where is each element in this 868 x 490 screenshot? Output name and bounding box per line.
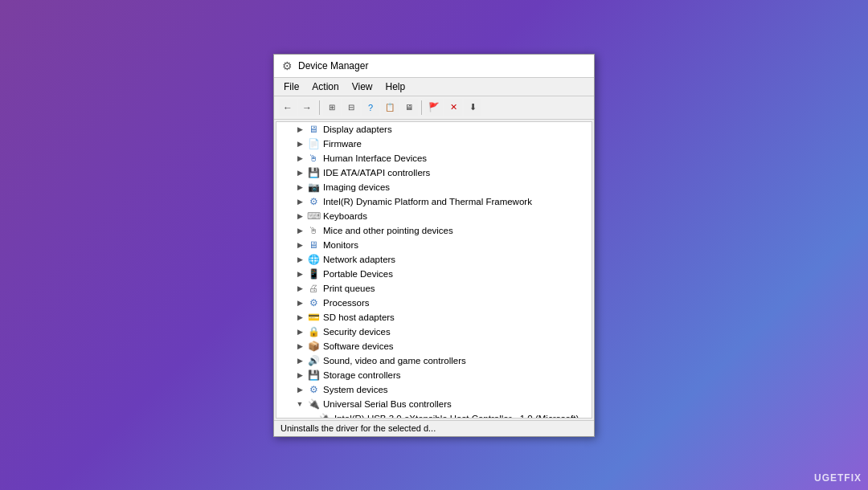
- folder-icon: 🔒: [307, 325, 320, 338]
- folder-icon: 💾: [307, 166, 320, 179]
- tree-item-storage[interactable]: ▶ 💾 Storage controllers: [276, 368, 592, 382]
- expand-icon: ▶: [294, 384, 305, 395]
- folder-icon: 📄: [307, 137, 320, 150]
- tree-item-hid[interactable]: ▶ 🖱 Human Interface Devices: [276, 151, 592, 165]
- expand-icon: ▶: [294, 210, 305, 222]
- menu-help[interactable]: Help: [379, 80, 412, 94]
- tree-item-sd-host[interactable]: ▶ 💳 SD host adapters: [276, 310, 592, 325]
- tree-item-network[interactable]: ▶ 🌐 Network adapters: [276, 252, 592, 267]
- tree-item-intel-thermal[interactable]: ▶ ⚙ Intel(R) Dynamic Platform and Therma…: [276, 194, 592, 209]
- back-button[interactable]: ←: [279, 99, 297, 116]
- folder-icon: 📷: [307, 181, 320, 194]
- expand-icon: ▶: [294, 283, 305, 294]
- expand-icon: [305, 413, 317, 419]
- tree-item-security[interactable]: ▶ 🔒 Security devices: [276, 325, 592, 339]
- menu-action[interactable]: Action: [305, 80, 345, 94]
- forward-button[interactable]: →: [298, 99, 316, 116]
- expand-icon: ▶: [294, 225, 305, 236]
- collapse-button[interactable]: ⊟: [342, 99, 360, 116]
- menu-view[interactable]: View: [346, 80, 379, 94]
- folder-icon: ⚙: [307, 383, 320, 396]
- item-label: Security devices: [323, 327, 391, 337]
- item-label: Universal Serial Bus controllers: [323, 399, 452, 409]
- screen-button[interactable]: 🖥: [400, 99, 418, 116]
- usb-device-icon: 🔌: [318, 412, 331, 419]
- tree-item-system[interactable]: ▶ ⚙ System devices: [276, 382, 592, 397]
- window-icon: ⚙: [280, 59, 293, 72]
- item-label: Mice and other pointing devices: [323, 226, 453, 235]
- folder-icon: 🖥: [307, 239, 320, 251]
- folder-icon: 💳: [307, 311, 320, 324]
- flag-button[interactable]: 🚩: [425, 99, 443, 116]
- remove-button[interactable]: ✕: [444, 99, 462, 116]
- folder-icon: ⌨: [307, 210, 320, 223]
- item-label: System devices: [323, 385, 388, 394]
- item-label: Imaging devices: [323, 182, 390, 192]
- device-manager-window: ⚙ Device Manager File Action View Help ←…: [273, 54, 595, 437]
- item-label: Keyboards: [323, 211, 367, 221]
- item-label: Human Interface Devices: [323, 153, 427, 163]
- menu-bar: File Action View Help: [274, 78, 594, 96]
- tree-item-imaging[interactable]: ▶ 📷 Imaging devices: [276, 180, 592, 194]
- expand-icon: ▶: [294, 239, 305, 251]
- help-button[interactable]: ?: [362, 99, 379, 116]
- folder-icon: 🖱: [307, 224, 320, 237]
- tree-item-keyboards[interactable]: ▶ ⌨ Keyboards: [276, 209, 592, 223]
- folder-icon: 🌐: [307, 253, 320, 266]
- tree-item-ide[interactable]: ▶ 💾 IDE ATA/ATAPI controllers: [276, 165, 592, 180]
- title-bar: ⚙ Device Manager: [274, 55, 594, 78]
- tree-item-intel-usb30[interactable]: 🔌 Intel(R) USB 3.0 eXtensible Host Contr…: [276, 411, 592, 419]
- toolbar-separator-1: [319, 100, 320, 115]
- usb-icon: 🔌: [307, 398, 320, 410]
- expand-icon: ▼: [294, 398, 305, 410]
- item-label: Storage controllers: [323, 370, 401, 380]
- item-label: Sound, video and game controllers: [323, 356, 466, 365]
- tree-item-firmware[interactable]: ▶ 📄 Firmware: [276, 137, 592, 151]
- expand-button[interactable]: ⊞: [323, 99, 341, 116]
- expand-icon: ▶: [294, 341, 305, 352]
- properties-button[interactable]: 📋: [381, 99, 399, 116]
- item-label: Intel(R) USB 3.0 eXtensible Host Control…: [334, 414, 579, 419]
- tree-item-portable[interactable]: ▶ 📱 Portable Devices: [276, 267, 592, 281]
- tree-item-print-queues[interactable]: ▶ 🖨 Print queues: [276, 281, 592, 296]
- tree-item-software[interactable]: ▶ 📦 Software devices: [276, 339, 592, 353]
- tree-item-mice[interactable]: ▶ 🖱 Mice and other pointing devices: [276, 223, 592, 238]
- item-label: SD host adapters: [323, 312, 395, 322]
- expand-icon: ▶: [294, 297, 305, 308]
- folder-icon: 🖥: [307, 123, 320, 136]
- menu-file[interactable]: File: [277, 80, 305, 94]
- device-tree[interactable]: ▶ 🖥 Display adapters ▶ 📄 Firmware ▶ 🖱 Hu…: [276, 121, 592, 419]
- tree-item-display-adapters[interactable]: ▶ 🖥 Display adapters: [276, 122, 592, 137]
- tree-item-processors[interactable]: ▶ ⚙ Processors: [276, 296, 592, 310]
- item-label: Processors: [323, 298, 370, 308]
- expand-icon: ▶: [294, 268, 305, 280]
- folder-icon: ⚙: [307, 195, 320, 208]
- status-text: Uninstalls the driver for the selected d…: [280, 423, 436, 433]
- folder-icon: 🔊: [307, 354, 320, 367]
- window-title: Device Manager: [298, 60, 368, 71]
- folder-icon: ⚙: [307, 296, 320, 309]
- expand-icon: ▶: [294, 196, 305, 207]
- item-label: IDE ATA/ATAPI controllers: [323, 168, 430, 178]
- item-label: Intel(R) Dynamic Platform and Thermal Fr…: [323, 197, 532, 206]
- folder-icon: 💾: [307, 369, 320, 382]
- toolbar-separator-2: [421, 100, 422, 115]
- tree-item-monitors[interactable]: ▶ 🖥 Monitors: [276, 238, 592, 252]
- tree-item-usb-controllers[interactable]: ▼ 🔌 Universal Serial Bus controllers: [276, 397, 592, 411]
- item-label: Display adapters: [323, 125, 392, 134]
- folder-icon: 📦: [307, 340, 320, 353]
- item-label: Monitors: [323, 240, 358, 250]
- expand-icon: ▶: [294, 370, 305, 381]
- expand-icon: ▶: [294, 138, 305, 149]
- scan-button[interactable]: ⬇: [464, 99, 481, 116]
- expand-icon: ▶: [294, 182, 305, 193]
- item-label: Network adapters: [323, 255, 395, 264]
- item-label: Portable Devices: [323, 269, 393, 279]
- folder-icon: 📱: [307, 267, 320, 280]
- folder-icon: 🖨: [307, 282, 320, 295]
- item-label: Print queues: [323, 284, 375, 293]
- expand-icon: ▶: [294, 312, 305, 323]
- tree-item-sound[interactable]: ▶ 🔊 Sound, video and game controllers: [276, 353, 592, 368]
- status-bar: Uninstalls the driver for the selected d…: [274, 420, 594, 436]
- item-label: Firmware: [323, 139, 362, 149]
